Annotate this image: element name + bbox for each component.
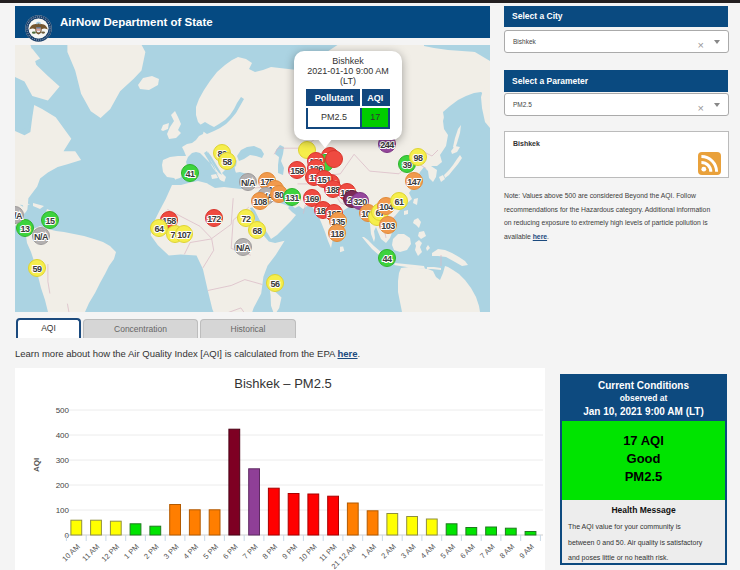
svg-text:N/A: N/A — [236, 243, 251, 253]
svg-text:103: 103 — [381, 221, 395, 231]
svg-text:5 PM: 5 PM — [201, 542, 220, 561]
svg-text:118: 118 — [330, 229, 344, 239]
svg-text:44: 44 — [382, 254, 392, 264]
svg-text:107: 107 — [177, 230, 191, 240]
svg-text:500: 500 — [56, 406, 70, 415]
svg-text:68: 68 — [252, 226, 262, 236]
svg-text:2 AM: 2 AM — [379, 542, 397, 560]
svg-text:Bishkek – PM2.5: Bishkek – PM2.5 — [234, 376, 332, 391]
svg-text:3 PM: 3 PM — [162, 542, 181, 561]
svg-text:2 PM: 2 PM — [142, 542, 161, 561]
svg-text:11 AM: 11 AM — [80, 542, 101, 563]
svg-text:AQI: AQI — [32, 458, 41, 472]
svg-text:10 AM: 10 AM — [60, 542, 81, 563]
svg-text:244: 244 — [380, 140, 394, 150]
svg-text:56: 56 — [270, 279, 280, 289]
svg-text:4 AM: 4 AM — [419, 542, 437, 560]
svg-text:131: 131 — [285, 193, 299, 203]
svg-text:172: 172 — [207, 214, 221, 224]
svg-text:N/A: N/A — [34, 232, 49, 242]
svg-text:12 PM: 12 PM — [100, 542, 122, 564]
svg-text:13: 13 — [20, 224, 30, 234]
svg-text:72: 72 — [241, 214, 251, 224]
svg-text:N/A: N/A — [15, 211, 23, 221]
svg-text:64: 64 — [154, 224, 164, 234]
svg-text:158: 158 — [290, 166, 304, 176]
svg-text:3 AM: 3 AM — [399, 542, 417, 560]
svg-text:7 PM: 7 PM — [241, 542, 260, 561]
svg-text:58: 58 — [222, 157, 232, 167]
svg-text:15: 15 — [45, 216, 55, 226]
svg-text:9 PM: 9 PM — [280, 542, 299, 561]
svg-text:5 AM: 5 AM — [439, 542, 457, 560]
svg-text:1 PM: 1 PM — [122, 542, 141, 561]
svg-text:8 PM: 8 PM — [260, 542, 279, 561]
svg-text:300: 300 — [56, 456, 70, 465]
svg-text:N/A: N/A — [241, 178, 256, 188]
svg-text:100: 100 — [56, 506, 70, 515]
svg-text:41: 41 — [185, 169, 195, 179]
svg-text:80: 80 — [274, 190, 284, 200]
svg-text:6 PM: 6 PM — [221, 542, 240, 561]
svg-text:61: 61 — [394, 197, 404, 207]
svg-text:147: 147 — [407, 177, 421, 187]
svg-text:4 PM: 4 PM — [181, 542, 200, 561]
svg-text:169: 169 — [305, 194, 319, 204]
svg-text:9 AM: 9 AM — [517, 542, 535, 560]
svg-text:98: 98 — [413, 153, 423, 163]
svg-text:59: 59 — [32, 264, 42, 274]
svg-text:10 PM: 10 PM — [297, 542, 319, 564]
svg-text:8 AM: 8 AM — [498, 542, 516, 560]
svg-text:400: 400 — [56, 431, 70, 440]
svg-text:0: 0 — [65, 531, 70, 540]
svg-text:200: 200 — [56, 481, 70, 490]
svg-text:1 AM: 1 AM — [360, 542, 378, 560]
svg-text:7 AM: 7 AM — [478, 542, 496, 560]
svg-text:108: 108 — [253, 197, 267, 207]
svg-text:6 AM: 6 AM — [458, 542, 476, 560]
